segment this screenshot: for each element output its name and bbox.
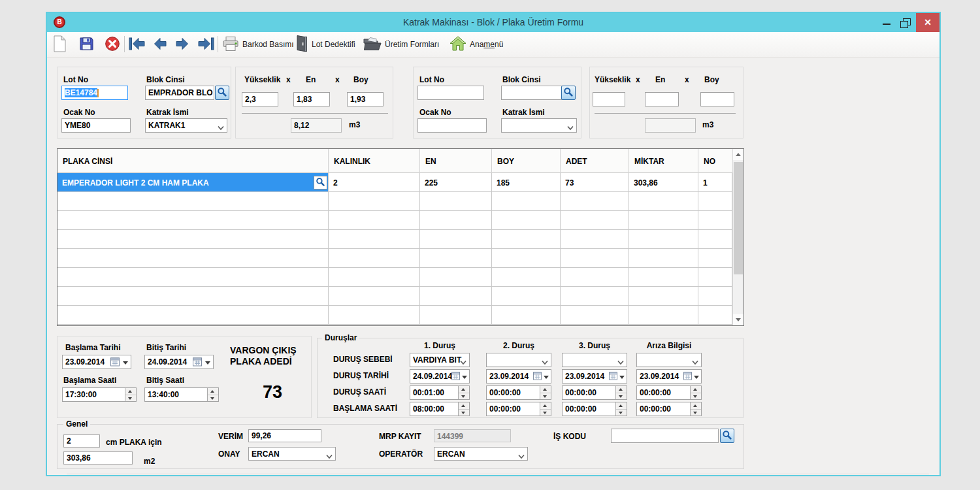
durus-baslama-saati-input-2[interactable]: 00:00:00 [486, 402, 551, 416]
baslama-tarihi-picker[interactable]: 23.09.2014 [62, 355, 131, 369]
table-cell-empty[interactable] [420, 230, 492, 249]
durus-sebebi-select-3[interactable] [562, 353, 627, 367]
durus-baslama-saati-input-3[interactable]: 00:00:00 [562, 402, 627, 416]
table-cell-empty[interactable] [561, 268, 629, 287]
table-cell-empty[interactable] [57, 306, 329, 325]
onay-select[interactable]: ERCAN [248, 447, 336, 461]
table-cell-empty[interactable] [629, 306, 698, 325]
table-cell-empty[interactable] [698, 287, 732, 306]
column-header-en[interactable]: EN [420, 149, 492, 173]
cell-miktar[interactable]: 303,86 [629, 173, 698, 192]
yukseklik-input-2[interactable] [593, 92, 625, 106]
table-cell-empty[interactable] [629, 230, 698, 249]
table-cell-empty[interactable] [420, 306, 492, 325]
operator-select[interactable]: ERCAN [434, 447, 528, 461]
spinner-buttons[interactable] [458, 386, 469, 399]
durus-saati-input-1[interactable]: 00:01:00 [410, 385, 470, 400]
durus-saati-input-2[interactable]: 00:00:00 [486, 385, 551, 400]
table-cell-empty[interactable] [329, 211, 420, 230]
durus-sebebi-select-1[interactable]: VARDIYA BIT [410, 353, 470, 367]
column-header-kalinlik[interactable]: KALINLIK [329, 149, 420, 173]
spinner-buttons[interactable] [615, 402, 627, 416]
bitis-saati-input[interactable]: 13:40:00 [144, 387, 219, 402]
lot-no-input[interactable]: BE14784 [61, 86, 128, 100]
durus-saati-input-3[interactable]: 00:00:00 [562, 385, 627, 400]
katrak-ismi-select[interactable]: KATRAK1 [145, 118, 227, 133]
uretim-formlari-button[interactable]: Üretim Formları [363, 34, 439, 55]
durus-baslama-saati-input-1[interactable]: 08:00:00 [410, 402, 470, 416]
cell-adet[interactable]: 73 [561, 173, 629, 192]
table-cell-empty[interactable] [629, 211, 698, 230]
cell-kalinlik[interactable]: 2 [329, 173, 420, 192]
table-cell-empty[interactable] [629, 268, 698, 287]
table-row-empty[interactable] [57, 211, 732, 230]
lot-dedektifi-button[interactable]: Lot Dedektifi [295, 34, 355, 55]
scrollbar-thumb[interactable] [734, 162, 743, 274]
plaka-cinsi-search-button[interactable] [314, 176, 327, 189]
barkod-basimi-button[interactable]: Barkod Basımı [222, 34, 294, 55]
table-cell-empty[interactable] [698, 211, 732, 230]
table-cell-empty[interactable] [57, 192, 329, 211]
yukseklik-input[interactable] [242, 92, 278, 106]
baslama-saati-input[interactable]: 17:30:00 [62, 387, 137, 402]
ocak-no-input-2[interactable] [417, 118, 487, 133]
table-cell-empty[interactable] [329, 287, 420, 306]
blok-cinsi-search-button[interactable] [215, 86, 229, 100]
first-record-button[interactable] [128, 34, 146, 55]
close-button[interactable]: ✕ [916, 13, 939, 32]
table-cell-empty[interactable] [57, 230, 329, 249]
table-cell-empty[interactable] [492, 192, 561, 211]
ariza-saati-input[interactable]: 00:00:00 [636, 385, 702, 400]
table-cell-empty[interactable] [629, 287, 698, 306]
table-row-empty[interactable] [57, 268, 732, 287]
delete-button[interactable] [105, 34, 120, 55]
table-cell-empty[interactable] [698, 230, 732, 249]
table-cell-empty[interactable] [698, 192, 732, 211]
table-cell-empty[interactable] [329, 268, 420, 287]
title-bar[interactable]: B Katrak Makinası - Blok / Plaka Üretim … [47, 13, 939, 32]
durus-sebebi-select-2[interactable] [486, 353, 551, 367]
scroll-up-button[interactable] [733, 149, 743, 160]
ariza-tarihi-picker[interactable]: 23.09.2014 [636, 369, 702, 384]
column-header-miktar[interactable]: MİKTAR [629, 149, 698, 173]
table-cell-empty[interactable] [492, 230, 561, 249]
ocak-no-input[interactable] [61, 118, 131, 133]
table-cell-empty[interactable] [698, 249, 732, 268]
lot-no-input-2[interactable] [417, 86, 484, 100]
table-cell-empty[interactable] [561, 192, 629, 211]
cell-no[interactable]: 1 [698, 173, 732, 192]
table-cell-empty[interactable] [420, 287, 492, 306]
verim-input[interactable] [248, 429, 321, 442]
en-input-2[interactable] [645, 92, 679, 106]
spinner-buttons[interactable] [690, 386, 701, 399]
blok-cinsi-input-2[interactable] [501, 86, 570, 100]
table-cell-empty[interactable] [561, 287, 629, 306]
table-cell-empty[interactable] [561, 230, 629, 249]
table-cell-empty[interactable] [561, 306, 629, 325]
column-header-no[interactable]: NO [698, 149, 732, 173]
table-cell-empty[interactable] [57, 287, 329, 306]
last-record-button[interactable] [197, 34, 215, 55]
restore-button[interactable] [896, 13, 916, 32]
ariza-baslama-saati-input[interactable]: 00:00:00 [636, 402, 702, 416]
table-cell-empty[interactable] [57, 268, 329, 287]
spinner-buttons[interactable] [690, 402, 701, 416]
save-button[interactable] [78, 34, 94, 55]
en-input[interactable] [293, 92, 330, 106]
table-row-empty[interactable] [57, 192, 732, 211]
bitis-tarihi-picker[interactable]: 24.09.2014 [144, 355, 214, 369]
blok-cinsi-input[interactable]: EMPRADOR BLO [145, 86, 214, 100]
column-header-boy[interactable]: BOY [492, 149, 561, 173]
ariza-select[interactable] [636, 353, 702, 367]
table-cell-empty[interactable] [329, 249, 420, 268]
table-cell-empty[interactable] [329, 192, 420, 211]
spinner-buttons[interactable] [207, 388, 218, 401]
table-scrollbar[interactable] [732, 149, 743, 325]
blok-cinsi-search-button-2[interactable] [561, 86, 576, 100]
table-cell-empty[interactable] [492, 211, 561, 230]
table-cell-empty[interactable] [492, 306, 561, 325]
table-cell-empty[interactable] [329, 230, 420, 249]
table-row-selected[interactable]: EMPERADOR LIGHT 2 CM HAM PLAKA 2 225 185… [57, 173, 732, 192]
table-cell-empty[interactable] [492, 268, 561, 287]
cm-input[interactable] [63, 434, 100, 448]
